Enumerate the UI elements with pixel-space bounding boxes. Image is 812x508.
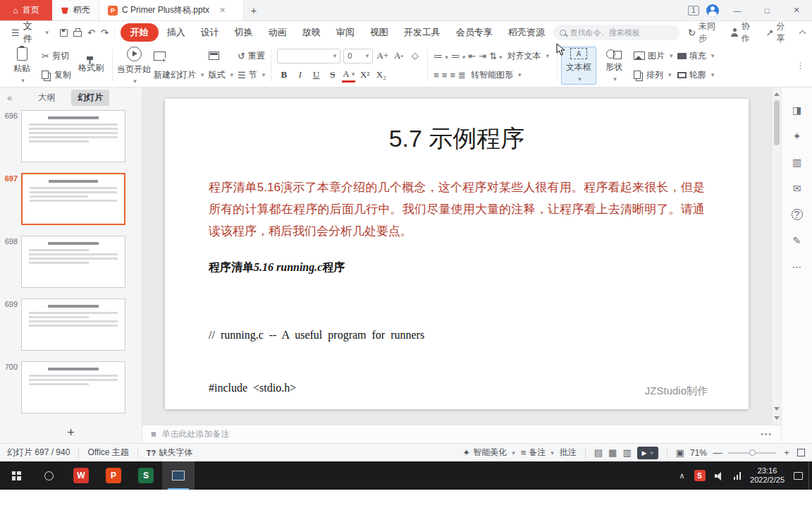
notes-bar[interactable]: ≡ 单击此处添加备注 ••• <box>142 425 781 443</box>
minimize-button[interactable]: — <box>726 0 749 21</box>
share-button[interactable]: ↗ 分享 <box>765 20 792 44</box>
superscript-button[interactable]: X² <box>358 68 371 83</box>
taskbar-clock[interactable]: 23:16 2022/2/25 <box>750 466 785 485</box>
text-box-button[interactable]: A 文本框 <box>561 47 596 85</box>
subscript-button[interactable]: X₂ <box>374 68 388 83</box>
menu-tab-view[interactable]: 视图 <box>363 23 395 42</box>
canvas-scrollbar[interactable] <box>771 87 781 425</box>
scrollbar-thumb[interactable] <box>774 100 780 145</box>
taskbar-app-presentation[interactable]: P <box>97 461 130 490</box>
rail-more-icon[interactable]: ⋯ <box>792 261 802 272</box>
user-avatar[interactable] <box>706 4 719 17</box>
zoom-out-button[interactable]: — <box>713 447 722 458</box>
bold-button[interactable]: B <box>277 68 290 83</box>
scroll-up-icon[interactable] <box>774 90 780 96</box>
theme-name[interactable]: Office 主题 <box>87 447 128 459</box>
section-button[interactable]: ☰ 节 <box>235 67 267 83</box>
slide-thumbnail-selected[interactable] <box>21 173 125 225</box>
mail-icon[interactable]: ✉ <box>793 183 801 194</box>
align-right-icon[interactable]: ≡ <box>450 70 455 80</box>
align-center-icon[interactable]: ≡ <box>442 70 448 80</box>
skin-icon[interactable]: ◨ <box>792 104 801 116</box>
search-input[interactable] <box>570 28 669 37</box>
fullscreen-icon[interactable] <box>797 449 805 456</box>
notes-toggle-button[interactable]: ≡ 备注 <box>521 447 554 459</box>
menu-tab-home[interactable]: 开始 <box>121 23 159 42</box>
cooperate-button[interactable]: 协作 <box>730 20 757 44</box>
wps-cloud-tray-icon[interactable]: S <box>694 470 706 481</box>
menu-tab-design[interactable]: 设计 <box>194 23 226 42</box>
collapse-panel-icon[interactable]: « <box>7 92 12 103</box>
current-slide[interactable]: 5.7 示例程序 程序清单5.16演示了本章介绍的几个概念，这个程序对某些人很有… <box>165 99 749 409</box>
signature-icon[interactable]: ✎ <box>793 235 801 246</box>
comments-button[interactable]: 批注 <box>560 447 577 459</box>
notes-placeholder[interactable]: 单击此处添加备注 <box>162 428 230 440</box>
play-from-current-button[interactable]: 当页开始 <box>116 47 152 85</box>
save-icon[interactable] <box>60 29 68 37</box>
previous-slide-icon[interactable] <box>774 407 780 413</box>
volume-icon[interactable] <box>715 471 725 480</box>
layout-button[interactable]: 版式 <box>207 67 236 83</box>
menu-tab-slideshow[interactable]: 放映 <box>295 23 328 42</box>
smart-beautify-button[interactable]: ✦ 智能美化 <box>462 447 515 459</box>
align-left-icon[interactable]: ≡ <box>433 70 439 80</box>
zoom-slider-knob[interactable] <box>749 449 756 456</box>
fill-button[interactable]: 填充 <box>675 48 717 64</box>
bullet-list-icon[interactable]: ≔ <box>433 51 448 61</box>
shrink-font-button[interactable]: A- <box>392 49 405 64</box>
reset-button[interactable]: ↺ 重置 <box>235 48 267 64</box>
beautify-icon[interactable]: ✦ <box>793 131 801 142</box>
start-button[interactable] <box>0 461 32 490</box>
slide-title[interactable]: 5.7 示例程序 <box>209 123 705 155</box>
font-color-button[interactable]: A <box>342 68 355 83</box>
print-icon[interactable] <box>73 31 82 37</box>
tab-outline[interactable]: 大纲 <box>32 90 61 106</box>
new-slide-button[interactable]: 新建幻灯片 <box>152 67 207 83</box>
missing-font-indicator[interactable]: T? 缺失字体 <box>147 447 192 459</box>
close-document-icon[interactable]: ✕ <box>219 6 226 15</box>
tab-slides[interactable]: 幻灯片 <box>71 90 109 106</box>
layout-icon-row[interactable] <box>207 48 236 64</box>
slide-listing-label[interactable]: 程序清单5.16 running.c程序 <box>209 260 705 275</box>
action-center-icon[interactable] <box>794 472 803 480</box>
slide-paragraph[interactable]: 程序清单5.16演示了本章介绍的几个概念，这个程序对某些人很有用。程序看起来很长… <box>209 176 705 242</box>
new-slide-icon-row[interactable] <box>152 48 207 64</box>
zoom-slider[interactable] <box>728 452 776 454</box>
slide-thumbnail[interactable] <box>21 236 125 288</box>
help-icon[interactable]: ? <box>792 209 803 220</box>
slide-canvas[interactable]: 5.7 示例程序 程序清单5.16演示了本章介绍的几个概念，这个程序对某些人很有… <box>142 87 781 425</box>
network-icon[interactable] <box>734 472 742 480</box>
zoom-percent[interactable]: 71% <box>690 448 707 458</box>
close-window-button[interactable]: ✕ <box>785 0 808 21</box>
redo-icon[interactable]: ↷ <box>101 28 109 38</box>
notes-more-icon[interactable]: ••• <box>761 430 773 438</box>
taskbar-app-wps[interactable]: W <box>65 461 97 490</box>
menu-tab-insert[interactable]: 插入 <box>160 23 192 42</box>
paste-button[interactable]: 粘贴 <box>4 47 39 85</box>
menu-tab-devtools[interactable]: 开发工具 <box>397 23 448 42</box>
picture-button[interactable]: 图片 <box>632 48 675 64</box>
fit-window-icon[interactable]: ▣ <box>676 447 684 458</box>
reading-view-icon[interactable]: ▥ <box>622 447 631 458</box>
maximize-button[interactable]: □ <box>756 0 778 21</box>
new-tab-button[interactable]: + <box>244 0 264 20</box>
menu-tab-member[interactable]: 会员专享 <box>449 23 500 42</box>
home-tab[interactable]: ⌂ 首页 <box>0 0 52 20</box>
command-search-box[interactable] <box>553 25 679 40</box>
sync-status[interactable]: ↻ 未同步 <box>688 20 722 44</box>
taskbar-app-spreadsheet[interactable]: S <box>130 461 162 490</box>
show-desktop-button[interactable] <box>808 461 812 490</box>
ribbon-more-icon[interactable]: ⋮ <box>793 60 808 71</box>
slide-sorter-view-icon[interactable]: ▦ <box>608 447 617 458</box>
grow-font-button[interactable]: A+ <box>376 49 389 64</box>
strikethrough-button[interactable]: S <box>326 68 339 83</box>
undo-icon[interactable]: ↶ <box>87 28 95 38</box>
menu-tab-review[interactable]: 审阅 <box>329 23 362 42</box>
menu-tab-docer-resources[interactable]: 稻壳资源 <box>501 23 552 42</box>
zoom-in-button[interactable]: + <box>782 447 792 458</box>
to-smart-graphic-button[interactable]: 转智能图形 <box>469 67 524 83</box>
shapes-button[interactable]: 形状 <box>596 47 632 85</box>
taskbar-app-active-window[interactable] <box>162 461 195 490</box>
font-size-combo[interactable]: 0 <box>343 49 373 64</box>
file-menu-button[interactable]: ☰ 文件 <box>7 20 53 45</box>
